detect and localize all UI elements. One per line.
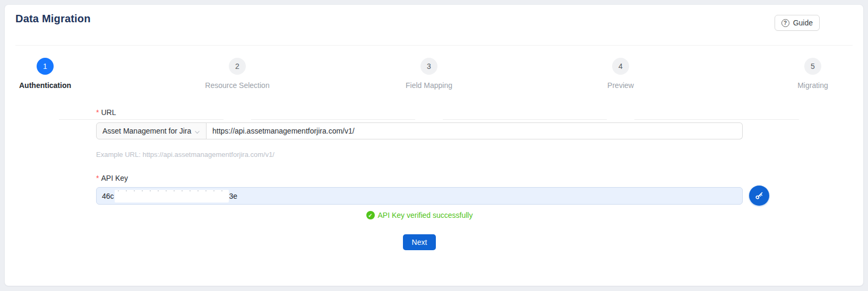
url-input-group: Asset Management for Jira <box>96 122 743 139</box>
step-connector-3-4 <box>443 119 607 120</box>
verification-message: API Key verified successfully <box>378 211 473 219</box>
guide-button-label: Guide <box>793 19 813 27</box>
provider-select-value: Asset Management for Jira <box>102 127 191 135</box>
url-helper-text: Example URL: https://api.assetmanagement… <box>96 151 274 158</box>
api-key-field-label: *API Key <box>96 174 128 182</box>
next-button[interactable]: Next <box>403 234 436 250</box>
required-asterisk: * <box>96 174 99 182</box>
step-connector-2-3 <box>251 119 415 120</box>
step-1-circle: 1 <box>37 58 54 75</box>
step-resource-selection: 2 Resource Selection <box>179 58 296 90</box>
step-3-label: Field Mapping <box>371 81 487 90</box>
header-divider <box>15 45 853 46</box>
api-key-redaction-mask <box>115 190 229 202</box>
verification-status: ✓ API Key verified successfully <box>96 211 743 219</box>
step-migrating: 5 Migrating <box>754 58 868 90</box>
api-key-input[interactable]: 46c 3e <box>96 187 743 205</box>
step-connector-4-5 <box>634 119 799 120</box>
api-key-visible-suffix: 3e <box>229 192 238 200</box>
step-connector-1-2 <box>59 119 224 120</box>
step-preview: 4 Preview <box>562 58 679 90</box>
question-circle-icon: ? <box>781 19 789 27</box>
api-key-visible-prefix: 46c <box>102 192 114 200</box>
step-authentication: 1 Authentication <box>0 58 104 90</box>
step-4-label: Preview <box>562 81 679 90</box>
check-circle-icon: ✓ <box>366 211 375 219</box>
chevron-down-icon <box>194 128 200 134</box>
step-5-label: Migrating <box>754 81 868 90</box>
verify-key-button[interactable] <box>749 186 769 206</box>
step-2-circle: 2 <box>229 58 246 75</box>
provider-select[interactable]: Asset Management for Jira <box>96 122 207 139</box>
step-4-circle: 4 <box>612 58 629 75</box>
url-input[interactable] <box>207 122 743 139</box>
step-2-label: Resource Selection <box>179 81 296 90</box>
key-icon <box>754 190 764 201</box>
required-asterisk: * <box>96 108 99 117</box>
page-title: Data Migration <box>15 13 91 25</box>
step-5-circle: 5 <box>804 58 821 75</box>
url-field-label: *URL <box>96 108 116 117</box>
step-3-circle: 3 <box>420 58 437 75</box>
stepper: 1 Authentication 2 Resource Selection 3 … <box>5 58 863 96</box>
step-1-label: Authentication <box>0 81 104 90</box>
guide-button[interactable]: ? Guide <box>775 15 820 31</box>
step-field-mapping: 3 Field Mapping <box>371 58 487 90</box>
data-migration-card: Data Migration ? Guide 1 Authentication … <box>4 4 864 286</box>
